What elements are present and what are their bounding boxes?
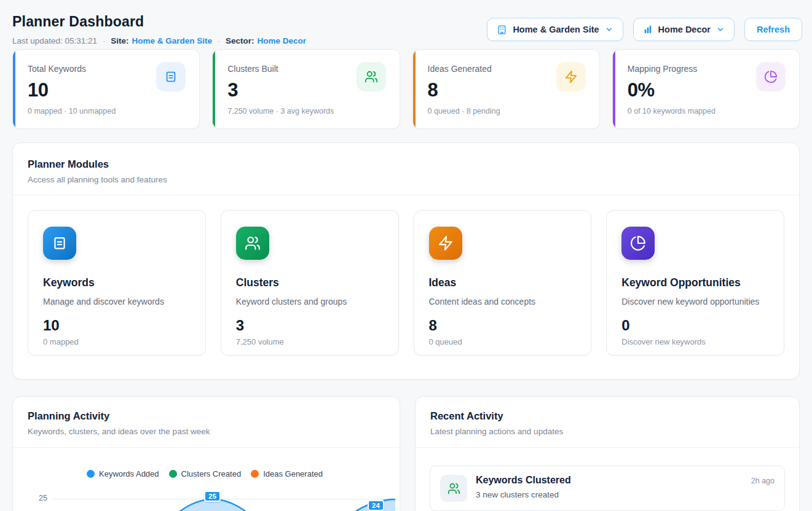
document-icon: [156, 62, 186, 92]
module-description: Keyword clusters and groups: [236, 297, 384, 306]
section-subtitle: Keywords, clusters, and ideas over the p…: [28, 427, 385, 436]
module-value: 10: [43, 317, 191, 334]
area-chart: [52, 477, 395, 511]
building-icon: [497, 25, 507, 35]
section-subtitle: Access all planning tools and features: [28, 175, 784, 184]
refresh-label: Refresh: [757, 25, 790, 34]
sector-label: Sector:: [226, 36, 254, 45]
stat-subtext: 0 of 10 keywords mapped: [628, 107, 784, 115]
site-selector-label: Home & Garden Site: [513, 25, 599, 34]
stat-card-mapping-progress: Mapping Progress 0% 0 of 10 keywords map…: [612, 49, 800, 129]
recent-activity-item: Keywords Clustered 2h ago 3 new clusters…: [430, 466, 785, 511]
recent-activity-panel: Recent Activity Latest planning actions …: [415, 396, 800, 511]
users-icon: [440, 475, 467, 502]
activity-description: 3 new clusters created: [476, 490, 775, 499]
module-card-ideas[interactable]: Ideas Content ideas and concepts 8 0 que…: [414, 210, 592, 356]
site-selector-dropdown[interactable]: Home & Garden Site: [487, 18, 623, 41]
site-label: Site:: [111, 36, 128, 45]
stat-card-ideas-generated: Ideas Generated 8 0 queued · 8 pending: [412, 49, 600, 129]
module-value: 8: [429, 317, 577, 334]
module-card-clusters[interactable]: Clusters Keyword clusters and groups 3 7…: [221, 210, 399, 356]
activity-timestamp: 2h ago: [751, 477, 775, 485]
refresh-button[interactable]: Refresh: [744, 18, 802, 41]
stat-card-clusters-built: Clusters Built 3 7,250 volume · 3 avg ke…: [212, 49, 400, 129]
document-icon: [43, 227, 76, 260]
chevron-down-icon: [716, 25, 725, 34]
meta-separator: ·: [103, 37, 105, 45]
meta-separator: ·: [218, 37, 220, 45]
module-title: Keywords: [43, 276, 191, 289]
module-subtext: Discover new keywords: [621, 337, 769, 346]
activity-title: Keywords Clustered: [476, 475, 571, 486]
stats-row: Total Keywords 10 0 mapped · 10 unmapped…: [12, 49, 800, 129]
stat-subtext: 0 queued · 8 pending: [428, 107, 585, 115]
data-point-label: 25: [204, 491, 221, 502]
section-subtitle: Latest planning actions and updates: [430, 427, 784, 436]
y-axis-tick: 25: [39, 494, 47, 502]
toolbar: Home & Garden Site Home Decor Refresh: [487, 18, 802, 41]
section-title: Planner Modules: [28, 158, 784, 170]
module-subtext: 0 queued: [429, 337, 577, 346]
data-point-label: 24: [368, 500, 384, 511]
module-description: Manage and discover keywords: [43, 297, 191, 306]
stat-subtext: 0 mapped · 10 unmapped: [28, 107, 184, 115]
lightning-icon: [429, 227, 462, 260]
planner-modules-panel: Planner Modules Access all planning tool…: [12, 142, 800, 380]
users-icon: [236, 227, 269, 260]
module-value: 0: [621, 317, 769, 334]
section-title: Recent Activity: [430, 410, 784, 422]
planning-activity-panel: Planning Activity Keywords, clusters, an…: [12, 396, 400, 511]
page-meta: Last updated: 05:31:21 · Site: Home & Ga…: [12, 36, 306, 45]
chevron-down-icon: [605, 25, 613, 34]
planner-modules-header: Planner Modules Access all planning tool…: [13, 143, 799, 195]
lightning-icon: [556, 62, 586, 92]
pie-chart-icon: [621, 227, 655, 260]
recent-activity-header: Recent Activity Latest planning actions …: [416, 397, 799, 448]
stat-subtext: 7,250 volume · 3 avg keywords: [227, 107, 384, 115]
module-title: Clusters: [236, 276, 384, 289]
module-description: Discover new keyword opportunities: [621, 297, 769, 306]
page-title: Planner Dashboard: [12, 14, 306, 30]
bar-chart-icon: [643, 25, 653, 34]
module-value: 3: [236, 317, 384, 334]
sector-selector-dropdown[interactable]: Home Decor: [633, 18, 735, 41]
last-updated-text: Last updated: 05:31:21: [12, 36, 97, 45]
module-title: Ideas: [429, 276, 577, 289]
site-link[interactable]: Home & Garden Site: [132, 36, 212, 45]
pie-chart-icon: [756, 62, 786, 92]
module-subtext: 0 mapped: [43, 337, 191, 346]
planning-activity-header: Planning Activity Keywords, clusters, an…: [13, 397, 400, 448]
module-card-keyword-opportunities[interactable]: Keyword Opportunities Discover new keywo…: [606, 210, 784, 356]
page-header: Planner Dashboard Last updated: 05:31:21…: [12, 14, 306, 45]
module-description: Content ideas and concepts: [429, 297, 577, 306]
module-card-keywords[interactable]: Keywords Manage and discover keywords 10…: [28, 210, 206, 356]
section-title: Planning Activity: [28, 410, 385, 422]
module-subtext: 7,250 volume: [236, 337, 384, 346]
sector-link[interactable]: Home Decor: [257, 36, 306, 45]
users-icon: [357, 62, 386, 92]
module-title: Keyword Opportunities: [621, 276, 769, 289]
modules-grid: Keywords Manage and discover keywords 10…: [13, 195, 799, 370]
stat-card-total-keywords: Total Keywords 10 0 mapped · 10 unmapped: [12, 49, 200, 129]
sector-selector-label: Home Decor: [658, 25, 711, 34]
